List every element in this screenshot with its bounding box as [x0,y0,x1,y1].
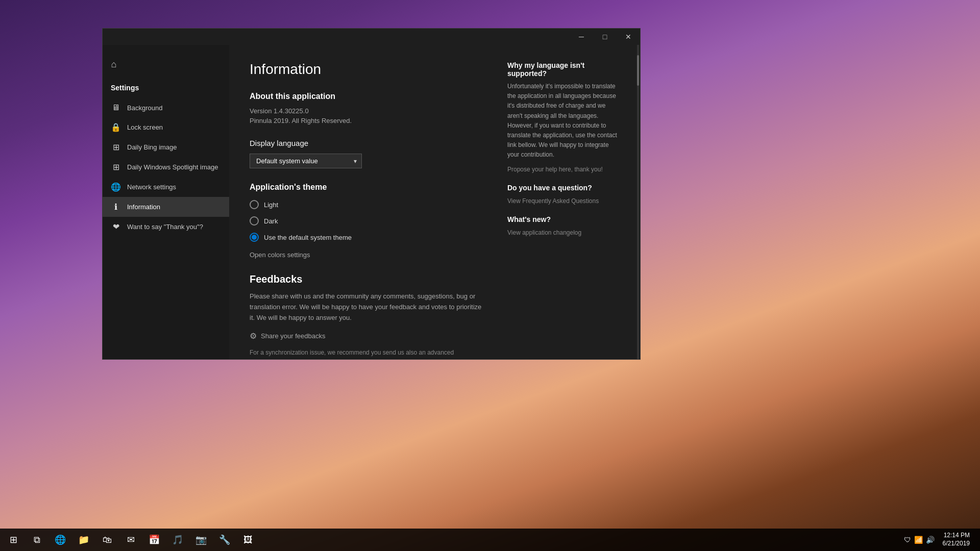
information-icon: ℹ [111,202,121,212]
share-feedbacks-link[interactable]: ⚙ Share your feedbacks [250,331,487,341]
sidebar-item-label: Network settings [127,183,176,191]
store-icon[interactable]: 🛍 [96,529,118,551]
display-language-section: Display language Default system value En… [250,139,487,168]
sidebar: ⌂ Settings 🖥 Background 🔒 Lock screen ⊞ … [103,45,229,359]
share-link-text: Share your feedbacks [261,332,325,340]
language-dropdown-wrapper: Default system value English French Span… [250,154,362,168]
why-language-text: Unfortunately it's impossible to transla… [507,82,620,160]
open-colors-link[interactable]: Open colors settings [250,251,310,259]
version-text: Version 1.4.30225.0 [250,107,487,115]
sidebar-item-information[interactable]: ℹ Information [103,197,229,217]
app-icon[interactable]: 🖼 [237,529,259,551]
sidebar-item-daily-bing[interactable]: ⊞ Daily Bing image [103,137,229,157]
sidebar-item-thank-you[interactable]: ❤ Want to say "Thank you"? [103,217,229,237]
file-explorer-icon[interactable]: 📁 [72,529,95,551]
feedbacks-title: Feedbacks [250,273,487,285]
whats-new-heading: What's new? [507,215,620,223]
radio-dark [250,216,259,226]
theme-light-option[interactable]: Light [250,200,487,209]
music-icon[interactable]: 🎵 [166,529,189,551]
background-icon: 🖥 [111,103,121,112]
taskbar-clock[interactable]: 12:14 PM 6/21/2019 [939,532,974,547]
share-icon: ⚙ [250,331,257,341]
taskbar-date-display: 6/21/2019 [943,540,970,548]
content-right: Why my language isn't supported? Unfortu… [507,61,620,343]
task-view-button[interactable]: ⧉ [26,529,48,551]
sync-note: For a synchronization issue, we recommen… [250,349,487,356]
close-button[interactable]: ✕ [617,29,640,45]
sidebar-item-network[interactable]: 🌐 Network settings [103,177,229,197]
photo-icon[interactable]: 📷 [190,529,212,551]
page-title: Information [250,61,487,78]
taskbar-right: 🛡 📶 🔊 12:14 PM 6/21/2019 [902,532,978,547]
title-bar-controls: ─ □ ✕ [570,29,640,45]
sidebar-item-label: Background [127,104,162,112]
system-tray: 🛡 📶 🔊 [902,536,937,544]
theme-radio-group: Light Dark Use the default system theme [250,200,487,242]
theme-section: Application's theme Light Dark Use th [250,183,487,259]
app-body: ⌂ Settings 🖥 Background 🔒 Lock screen ⊞ … [103,45,640,359]
maximize-button[interactable]: □ [593,29,617,45]
sidebar-item-label: Daily Bing image [127,143,177,151]
sidebar-title: Settings [103,80,229,98]
sidebar-item-daily-spotlight[interactable]: ⊞ Daily Windows Spotlight image [103,157,229,177]
radio-dark-label: Dark [264,217,278,225]
minimize-button[interactable]: ─ [570,29,593,45]
taskbar: ⊞ ⧉ 🌐 📁 🛍 ✉ 📅 🎵 📷 🔧 🖼 🛡 📶 🔊 12:14 PM 6/2… [0,529,980,551]
taskbar-time-display: 12:14 PM [943,532,970,540]
title-bar: ─ □ ✕ [103,29,640,45]
main-content: Information About this application Versi… [229,45,640,359]
about-section: About this application Version 1.4.30225… [250,92,487,124]
mail-icon[interactable]: ✉ [119,529,142,551]
calendar-icon[interactable]: 📅 [143,529,165,551]
lock-screen-icon: 🔒 [111,122,121,132]
thank-you-icon: ❤ [111,222,121,232]
about-title: About this application [250,92,487,101]
taskbar-left: ⊞ ⧉ 🌐 📁 🛍 ✉ 📅 🎵 📷 🔧 🖼 [2,529,259,551]
theme-title: Application's theme [250,183,487,192]
radio-system-label: Use the default system theme [264,234,352,241]
start-button[interactable]: ⊞ [2,529,24,551]
network-icon: 🌐 [111,182,121,192]
sidebar-item-label: Want to say "Thank you"? [127,223,203,231]
propose-help-link[interactable]: Propose your help here, thank you! [507,166,603,173]
daily-spotlight-icon: ⊞ [111,162,121,172]
radio-light [250,200,259,209]
app-window: ─ □ ✕ ⌂ Settings 🖥 Background 🔒 Lock scr… [102,28,641,360]
why-language-heading: Why my language isn't supported? [507,61,620,78]
question-heading: Do you have a question? [507,184,620,192]
faq-link[interactable]: View Frequently Asked Questions [507,197,599,205]
sidebar-home-button[interactable]: ⌂ [103,53,125,76]
rights-text: Pinnula 2019. All Rights Reserved. [250,117,487,124]
scroll-thumb [637,55,639,86]
feedbacks-description: Please share with us and the community a… [250,291,487,323]
theme-dark-option[interactable]: Dark [250,216,487,226]
content-left: Information About this application Versi… [250,61,487,343]
scroll-indicator [637,45,639,359]
edge-browser-icon[interactable]: 🌐 [49,529,71,551]
changelog-link[interactable]: View application changelog [507,229,581,236]
network-tray-icon: 📶 [914,536,923,544]
sidebar-item-label: Lock screen [127,123,163,131]
language-label: Display language [250,139,487,147]
sidebar-item-lock-screen[interactable]: 🔒 Lock screen [103,117,229,137]
radio-system [250,233,259,242]
sidebar-item-background[interactable]: 🖥 Background [103,98,229,117]
shield-icon: 🛡 [904,536,911,544]
sidebar-item-label: Daily Windows Spotlight image [127,163,218,171]
feedbacks-section: Feedbacks Please share with us and the c… [250,273,487,356]
daily-bing-icon: ⊞ [111,142,121,152]
sidebar-item-label: Information [127,203,160,211]
volume-icon: 🔊 [926,536,935,544]
radio-light-label: Light [264,201,278,209]
theme-system-option[interactable]: Use the default system theme [250,233,487,242]
settings-icon[interactable]: 🔧 [213,529,236,551]
language-dropdown[interactable]: Default system value English French Span… [250,154,362,168]
